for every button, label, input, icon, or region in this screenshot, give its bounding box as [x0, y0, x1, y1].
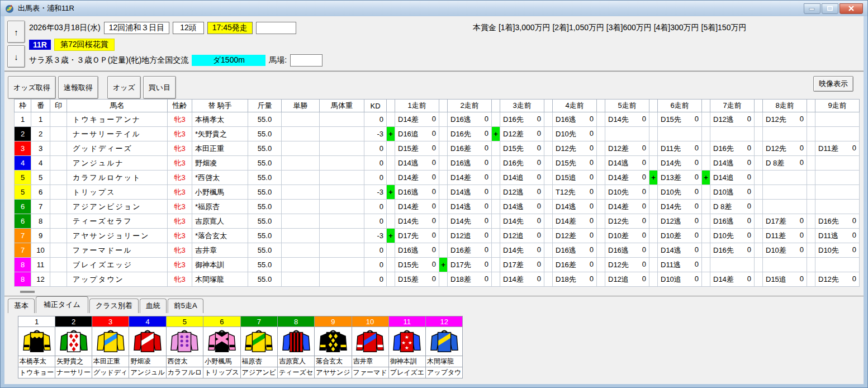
mark-cell[interactable] [50, 214, 67, 229]
video-button[interactable]: 映像表示 [813, 76, 853, 92]
past-run-cell [658, 127, 702, 141]
plus-col-header [597, 100, 605, 112]
mark-cell[interactable] [50, 185, 67, 200]
mark-cell[interactable] [50, 141, 67, 156]
plus-flag-cell [755, 156, 763, 171]
sex-age-cell: 牝3 [168, 141, 192, 156]
past-run-cell: D12逃0 [658, 214, 702, 229]
minimize-button[interactable] [804, 3, 820, 14]
table-row[interactable]: 67アジアンビジョン牝3*福原杏55.00D14差0D14逃0D14逃0D14逃… [15, 200, 860, 214]
app-icon [5, 4, 15, 13]
baba-input[interactable] [290, 54, 322, 67]
horse-name-cell: アジアンビジョン [67, 200, 168, 214]
close-button[interactable] [839, 3, 863, 14]
plus-flag-cell [702, 258, 710, 272]
past-run-cell: D10先0 [710, 229, 755, 243]
horse-number-cell: 11 [31, 258, 50, 272]
jockey-cell: 吉原寛人 [192, 214, 248, 229]
plus-flag-cell [702, 229, 710, 243]
table-row[interactable]: 11トウキョーアンナ牝3本橋孝太55.00D14差0D16逃0D16先0D16逃… [15, 112, 860, 127]
plus-flag-cell [755, 185, 763, 200]
past-run-cell: D12追0 [500, 229, 544, 243]
past-run-cell: D16先0 [500, 156, 544, 171]
run-col-header: 3走前 [500, 100, 544, 112]
mark-cell[interactable] [50, 171, 67, 185]
next-race-button[interactable]: ↓ [7, 45, 25, 68]
kd-cell: 0 [364, 243, 387, 258]
mark-cell[interactable] [50, 272, 67, 287]
plus-flag-cell [597, 141, 605, 156]
silks-table: 123456789101112 [18, 316, 463, 378]
kd-cell: -3 [364, 229, 387, 243]
plus-flag-cell [387, 258, 395, 272]
plus-flag-cell [492, 258, 500, 272]
table-row[interactable]: 22ナーサリーテイル牝3*矢野貴之55.0-3+D16追0D16先0+D12差0… [15, 127, 860, 141]
silk-horse-name: アンジュル [129, 367, 166, 378]
plus-flag-cell [702, 243, 710, 258]
table-row[interactable]: 55カラフルロケット牝3*西啓太55.00D14差0D14差0D14追0D15追… [15, 171, 860, 185]
table-row[interactable]: 811ブレイズエッジ牝3御神本訓55.00D15先0+D17先0D17差0D16… [15, 258, 860, 272]
table-row[interactable]: 79アヤサンジョリーン牝3*落合玄太55.0-3+D17先0D12追0D12追0… [15, 229, 860, 243]
odds-fetch-button[interactable]: オッズ取得 [8, 76, 56, 99]
table-row[interactable]: 56トリップス牝3小野楓馬55.0-3+D16逃0D14逃0D12逃0T12先0… [15, 185, 860, 200]
past-run-cell: D12先0 [553, 141, 597, 156]
mark-cell[interactable] [50, 112, 67, 127]
weight-cell: 55.0 [248, 112, 282, 127]
title-bar: 出馬表・浦和11R [1, 1, 867, 16]
past-run-cell: D14逃0 [605, 156, 649, 171]
mark-cell[interactable] [50, 229, 67, 243]
mark-cell[interactable] [50, 258, 67, 272]
tab-補正タイム[interactable]: 補正タイム [36, 296, 88, 313]
past-run-cell: D11差0 [763, 229, 807, 243]
plus-flag-cell [544, 171, 553, 185]
table-row[interactable]: 710ファーマドール牝3吉井章55.00D16逃0D16差0D14先0D16逃0… [15, 243, 860, 258]
race-card-body: 11トウキョーアンナ牝3本橋孝太55.00D14差0D16逃0D16先0D16逃… [15, 112, 860, 287]
mark-cell[interactable] [50, 156, 67, 171]
race-number-badge: 11R [29, 40, 51, 50]
flash-fetch-button[interactable]: 速報取得 [58, 76, 98, 99]
plus-flag-cell [807, 200, 815, 214]
col-header: 印 [50, 100, 67, 112]
h-scrollbar-thumb[interactable] [20, 291, 35, 293]
tab-前5走A[interactable]: 前5走A [168, 299, 203, 313]
silks-body: 123456789101112 [18, 316, 463, 378]
tab-基本[interactable]: 基本 [8, 299, 35, 313]
horse-name-cell: ファーマドール [67, 243, 168, 258]
jockey-silk-icon [315, 327, 352, 356]
body-weight-cell [320, 229, 364, 243]
tab-血統[interactable]: 血統 [140, 299, 167, 313]
plus-flag-cell [702, 112, 710, 127]
table-row[interactable]: 812アップタウン牝3木間塚龍55.00D15差0D18差0D14差0D18先0… [15, 272, 860, 287]
silk-jockey-name: 木間塚龍 [426, 356, 463, 367]
mark-cell[interactable] [50, 127, 67, 141]
bet-button[interactable]: 買い目 [143, 76, 176, 99]
past-run-cell [710, 258, 755, 272]
tab-クラス別着[interactable]: クラス別着 [89, 299, 139, 313]
table-row[interactable]: 68ティーズセラフ牝3吉原寛人55.00D14先0D14先0D14先0D14差0… [15, 214, 860, 229]
win-odds-cell [282, 185, 320, 200]
kd-cell: -3 [364, 185, 387, 200]
plus-flag-cell [807, 258, 815, 272]
past-run-cell: D14逃0 [658, 243, 702, 258]
plus-flag-cell [387, 156, 395, 171]
table-row[interactable]: 44アンジュルナ牝3野畑凌55.00D14逃0D16逃0D16先0D15先0D1… [15, 156, 860, 171]
horse-name-cell: アヤサンジョリーン [67, 229, 168, 243]
win-odds-cell [282, 127, 320, 141]
plus-flag-cell [439, 156, 448, 171]
past-run-cell [763, 127, 807, 141]
race-date: 2026年03月18日(水) [29, 23, 101, 33]
past-run-cell: D 8差0 [763, 156, 807, 171]
mark-cell[interactable] [50, 243, 67, 258]
prev-race-button[interactable]: ↑ [7, 21, 25, 43]
mark-cell[interactable] [50, 200, 67, 214]
memo-input[interactable] [256, 22, 296, 34]
silk-horse-name: ファーマド [352, 367, 388, 378]
plus-flag-cell [544, 214, 553, 229]
table-row[interactable]: 33グッドディーズ牝3本田正重55.00D15差0D16差0D15先0D12先0… [15, 141, 860, 156]
win-odds-cell [282, 272, 320, 287]
maximize-button[interactable] [822, 3, 838, 14]
silk-jockey-name: 吉井章 [352, 356, 388, 367]
odds-button[interactable]: オッズ [107, 76, 141, 99]
weight-cell: 55.0 [248, 214, 282, 229]
jockey-cell: *西啓太 [192, 171, 248, 185]
